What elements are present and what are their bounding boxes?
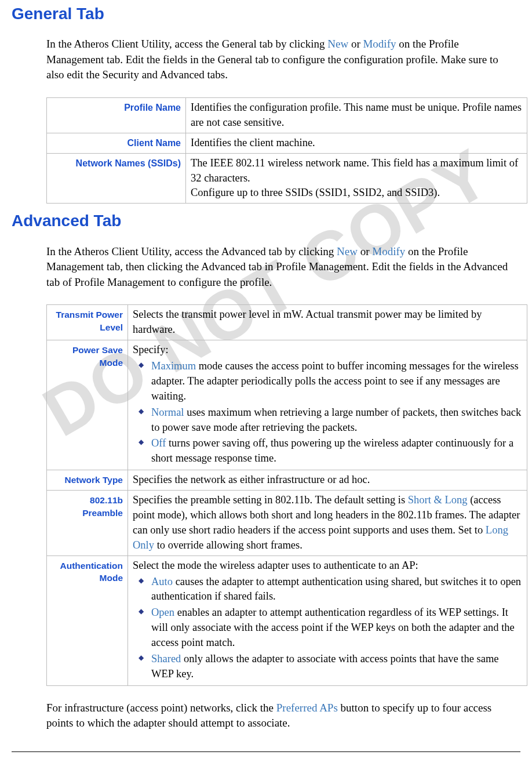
text: to override allowing short frames. xyxy=(154,539,303,551)
powersave-options: Maximum mode causes the access point to … xyxy=(133,359,522,466)
table-row: Profile Name Identifies the configuratio… xyxy=(47,97,527,133)
list-item: Shared only allows the adapter to associ… xyxy=(135,652,522,682)
text: uses maximum when retrieving a large num… xyxy=(151,406,521,433)
option-maximum: Maximum xyxy=(151,360,196,372)
advanced-footer: For infrastructure (access point) networ… xyxy=(46,700,515,731)
option-off: Off xyxy=(151,437,166,449)
text: For infrastructure (access point) networ… xyxy=(46,702,276,714)
text: In the Atheros Client Utility, access th… xyxy=(46,245,337,257)
option-auto: Auto xyxy=(151,576,173,587)
nettype-desc: Specifies the network as either infrastr… xyxy=(128,470,527,491)
transmit-desc: Selects the transmit power level in mW. … xyxy=(128,305,527,340)
table-row: 802.11b Preamble Specifies the preamble … xyxy=(47,491,527,556)
profile-name-label: Profile Name xyxy=(47,97,186,133)
preamble-label: 802.11b Preamble xyxy=(47,491,128,556)
client-name-desc: Identifies the client machine. xyxy=(186,133,527,153)
text: turns power saving off, thus powering up… xyxy=(151,437,513,464)
text: The IEEE 802.11 wireless network name. T… xyxy=(191,157,518,184)
new-link[interactable]: New xyxy=(327,38,348,50)
preferred-aps-link[interactable]: Preferred APs xyxy=(276,702,338,714)
table-row: Transmit Power Level Selects the transmi… xyxy=(47,305,527,340)
text: Configure up to three SSIDs (SSID1, SSID… xyxy=(191,187,440,198)
client-name-label: Client Name xyxy=(47,133,186,153)
text: Specifies the preamble setting in 802.11… xyxy=(133,494,408,506)
new-link[interactable]: New xyxy=(337,245,358,257)
text: only allows the adapter to associate wit… xyxy=(151,653,499,680)
advanced-tab-heading: Advanced Tab xyxy=(12,209,520,232)
powersave-label: Power Save Mode xyxy=(47,340,128,470)
text: or xyxy=(358,245,372,257)
modify-link[interactable]: Modify xyxy=(363,38,396,50)
auth-label: Authentication Mode xyxy=(47,555,128,685)
general-intro: In the Atheros Client Utility, access th… xyxy=(46,37,515,83)
list-item: Maximum mode causes the access point to … xyxy=(135,359,522,404)
list-item: Off turns power saving off, thus powerin… xyxy=(135,436,522,466)
table-row: Network Names (SSIDs) The IEEE 802.11 wi… xyxy=(47,153,527,204)
nettype-label: Network Type xyxy=(47,470,128,491)
text: causes the adapter to attempt authentica… xyxy=(151,576,521,602)
ssids-label: Network Names (SSIDs) xyxy=(47,153,186,204)
text: or xyxy=(348,38,363,50)
list-item: Normal uses maximum when retrieving a la… xyxy=(135,405,522,435)
table-row: Network Type Specifies the network as ei… xyxy=(47,470,527,491)
table-row: Authentication Mode Select the mode the … xyxy=(47,555,527,685)
table-row: Power Save Mode Specify: Maximum mode ca… xyxy=(47,340,527,470)
option-normal: Normal xyxy=(151,406,184,418)
advanced-intro: In the Atheros Client Utility, access th… xyxy=(46,244,515,291)
modify-link[interactable]: Modify xyxy=(372,245,405,257)
text: In the Atheros Client Utility, access th… xyxy=(46,38,327,50)
advanced-table: Transmit Power Level Selects the transmi… xyxy=(46,304,527,685)
option-shared: Shared xyxy=(151,653,181,665)
option-short-long: Short & Long xyxy=(408,494,468,506)
text: enables an adapter to attempt authentica… xyxy=(151,607,515,648)
preamble-desc: Specifies the preamble setting in 802.11… xyxy=(128,491,527,556)
ssids-desc: The IEEE 802.11 wireless network name. T… xyxy=(186,153,527,204)
text: Select the mode the wireless adapter use… xyxy=(133,560,418,571)
auth-desc: Select the mode the wireless adapter use… xyxy=(128,555,527,685)
bottom-rule xyxy=(12,751,520,752)
document-content: General Tab In the Atheros Client Utilit… xyxy=(12,2,520,752)
list-item: Auto causes the adapter to attempt authe… xyxy=(135,575,522,605)
text: Specify: xyxy=(133,344,169,355)
profile-name-desc: Identifies the configuration profile. Th… xyxy=(186,97,527,133)
powersave-desc: Specify: Maximum mode causes the access … xyxy=(128,340,527,470)
transmit-label: Transmit Power Level xyxy=(47,305,128,340)
option-open: Open xyxy=(151,607,174,618)
text: mode causes the access point to buffer i… xyxy=(151,360,519,402)
general-tab-heading: General Tab xyxy=(12,2,520,25)
general-table: Profile Name Identifies the configuratio… xyxy=(46,97,527,204)
table-row: Client Name Identifies the client machin… xyxy=(47,133,527,153)
list-item: Open enables an adapter to attempt authe… xyxy=(135,605,522,651)
auth-options: Auto causes the adapter to attempt authe… xyxy=(133,575,522,682)
